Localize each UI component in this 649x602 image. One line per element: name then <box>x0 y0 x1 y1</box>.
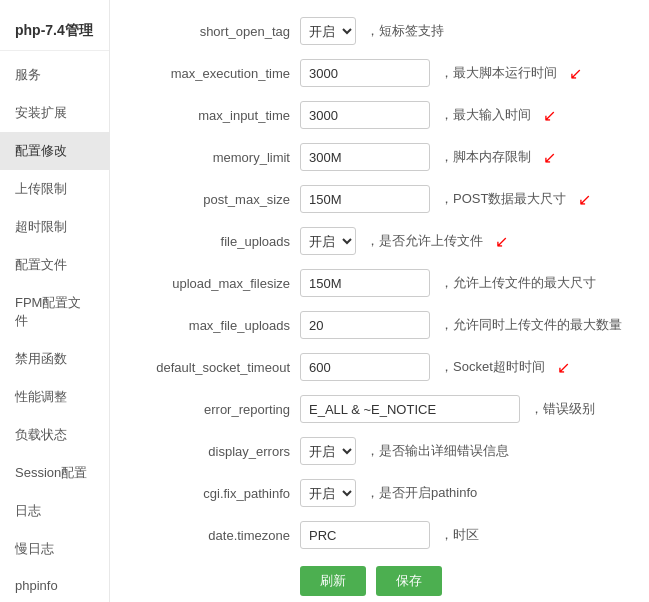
desc-default-socket-timeout: ，Socket超时时间 <box>440 358 545 376</box>
sidebar-item-perf-tune[interactable]: 性能调整 <box>0 378 109 416</box>
control-memory-limit: ，脚本内存限制 ↙ <box>300 143 629 171</box>
control-cgi-fix-pathinfo: 开启关闭 ，是否开启pathinfo <box>300 479 629 507</box>
control-file-uploads: 开启关闭 ，是否允许上传文件 ↙ <box>300 227 629 255</box>
label-max-input-time: max_input_time <box>130 108 300 123</box>
label-upload-max-filesize: upload_max_filesize <box>130 276 300 291</box>
sidebar-item-phpinfo[interactable]: phpinfo <box>0 568 109 602</box>
field-display-errors: display_errors 开启关闭 ，是否输出详细错误信息 <box>130 435 629 467</box>
control-max-input-time: ，最大输入时间 ↙ <box>300 101 629 129</box>
label-date-timezone: date.timezone <box>130 528 300 543</box>
arrow-max-execution-time: ↙ <box>569 64 582 83</box>
select-short-open-tag[interactable]: 开启关闭 <box>300 17 356 45</box>
field-default-socket-timeout: default_socket_timeout ，Socket超时时间 ↙ <box>130 351 629 383</box>
sidebar-item-config-file[interactable]: 配置文件 <box>0 246 109 284</box>
field-error-reporting: error_reporting ，错误级别 <box>130 393 629 425</box>
label-error-reporting: error_reporting <box>130 402 300 417</box>
field-max-input-time: max_input_time ，最大输入时间 ↙ <box>130 99 629 131</box>
input-date-timezone[interactable] <box>300 521 430 549</box>
sidebar-item-service[interactable]: 服务 <box>0 56 109 94</box>
button-group: 刷新 保存 <box>300 566 629 596</box>
label-default-socket-timeout: default_socket_timeout <box>130 360 300 375</box>
control-short-open-tag: 开启关闭 ，短标签支持 <box>300 17 629 45</box>
desc-max-input-time: ，最大输入时间 <box>440 106 531 124</box>
sidebar-item-load-status[interactable]: 负载状态 <box>0 416 109 454</box>
label-cgi-fix-pathinfo: cgi.fix_pathinfo <box>130 486 300 501</box>
sidebar-item-disabled-func[interactable]: 禁用函数 <box>0 340 109 378</box>
desc-date-timezone: ，时区 <box>440 526 479 544</box>
control-upload-max-filesize: ，允许上传文件的最大尺寸 <box>300 269 629 297</box>
input-max-input-time[interactable] <box>300 101 430 129</box>
field-max-execution-time: max_execution_time ，最大脚本运行时间 ↙ <box>130 57 629 89</box>
desc-post-max-size: ，POST数据最大尺寸 <box>440 190 566 208</box>
field-short-open-tag: short_open_tag 开启关闭 ，短标签支持 <box>130 15 629 47</box>
control-date-timezone: ，时区 <box>300 521 629 549</box>
field-upload-max-filesize: upload_max_filesize ，允许上传文件的最大尺寸 <box>130 267 629 299</box>
sidebar-item-upload-limit[interactable]: 上传限制 <box>0 170 109 208</box>
sidebar-item-log[interactable]: 日志 <box>0 492 109 530</box>
label-short-open-tag: short_open_tag <box>130 24 300 39</box>
field-memory-limit: memory_limit ，脚本内存限制 ↙ <box>130 141 629 173</box>
desc-short-open-tag: ，短标签支持 <box>366 22 444 40</box>
input-upload-max-filesize[interactable] <box>300 269 430 297</box>
sidebar-item-session-config[interactable]: Session配置 <box>0 454 109 492</box>
control-post-max-size: ，POST数据最大尺寸 ↙ <box>300 185 629 213</box>
control-display-errors: 开启关闭 ，是否输出详细错误信息 <box>300 437 629 465</box>
arrow-max-input-time: ↙ <box>543 106 556 125</box>
field-cgi-fix-pathinfo: cgi.fix_pathinfo 开启关闭 ，是否开启pathinfo <box>130 477 629 509</box>
control-max-file-uploads: ，允许同时上传文件的最大数量 <box>300 311 629 339</box>
label-memory-limit: memory_limit <box>130 150 300 165</box>
input-max-file-uploads[interactable] <box>300 311 430 339</box>
label-display-errors: display_errors <box>130 444 300 459</box>
control-max-execution-time: ，最大脚本运行时间 ↙ <box>300 59 629 87</box>
select-file-uploads[interactable]: 开启关闭 <box>300 227 356 255</box>
desc-max-file-uploads: ，允许同时上传文件的最大数量 <box>440 316 622 334</box>
app-title: php-7.4管理 <box>0 10 109 51</box>
label-post-max-size: post_max_size <box>130 192 300 207</box>
arrow-file-uploads: ↙ <box>495 232 508 251</box>
label-max-execution-time: max_execution_time <box>130 66 300 81</box>
input-post-max-size[interactable] <box>300 185 430 213</box>
label-file-uploads: file_uploads <box>130 234 300 249</box>
field-date-timezone: date.timezone ，时区 <box>130 519 629 551</box>
field-max-file-uploads: max_file_uploads ，允许同时上传文件的最大数量 <box>130 309 629 341</box>
save-button[interactable]: 保存 <box>376 566 442 596</box>
select-display-errors[interactable]: 开启关闭 <box>300 437 356 465</box>
sidebar-item-slow-log[interactable]: 慢日志 <box>0 530 109 568</box>
sidebar-item-fpm-config[interactable]: FPM配置文件 <box>0 284 109 340</box>
desc-max-execution-time: ，最大脚本运行时间 <box>440 64 557 82</box>
desc-upload-max-filesize: ，允许上传文件的最大尺寸 <box>440 274 596 292</box>
sidebar: php-7.4管理 服务 安装扩展 配置修改 上传限制 超时限制 配置文件 FP… <box>0 0 110 602</box>
control-error-reporting: ，错误级别 <box>300 395 629 423</box>
label-max-file-uploads: max_file_uploads <box>130 318 300 333</box>
desc-memory-limit: ，脚本内存限制 <box>440 148 531 166</box>
input-max-execution-time[interactable] <box>300 59 430 87</box>
input-error-reporting[interactable] <box>300 395 520 423</box>
sidebar-item-timeout-limit[interactable]: 超时限制 <box>0 208 109 246</box>
input-memory-limit[interactable] <box>300 143 430 171</box>
arrow-memory-limit: ↙ <box>543 148 556 167</box>
main-content: short_open_tag 开启关闭 ，短标签支持 max_execution… <box>110 0 649 602</box>
desc-error-reporting: ，错误级别 <box>530 400 595 418</box>
control-default-socket-timeout: ，Socket超时时间 ↙ <box>300 353 629 381</box>
sidebar-item-install-ext[interactable]: 安装扩展 <box>0 94 109 132</box>
field-file-uploads: file_uploads 开启关闭 ，是否允许上传文件 ↙ <box>130 225 629 257</box>
desc-file-uploads: ，是否允许上传文件 <box>366 232 483 250</box>
desc-display-errors: ，是否输出详细错误信息 <box>366 442 509 460</box>
select-cgi-fix-pathinfo[interactable]: 开启关闭 <box>300 479 356 507</box>
arrow-default-socket-timeout: ↙ <box>557 358 570 377</box>
sidebar-item-config-edit[interactable]: 配置修改 <box>0 132 109 170</box>
refresh-button[interactable]: 刷新 <box>300 566 366 596</box>
desc-cgi-fix-pathinfo: ，是否开启pathinfo <box>366 484 477 502</box>
field-post-max-size: post_max_size ，POST数据最大尺寸 ↙ <box>130 183 629 215</box>
input-default-socket-timeout[interactable] <box>300 353 430 381</box>
arrow-post-max-size: ↙ <box>578 190 591 209</box>
